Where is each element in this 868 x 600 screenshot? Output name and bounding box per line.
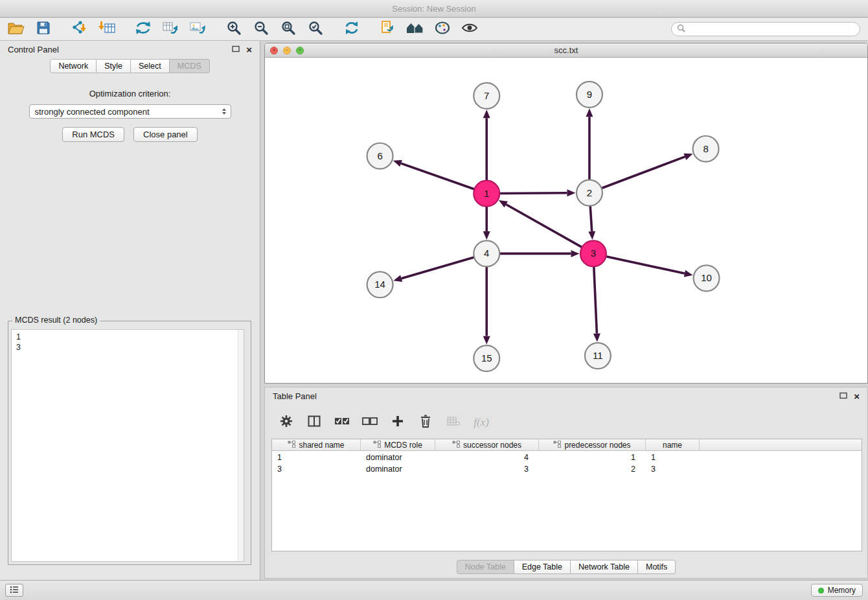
- delete-column-button[interactable]: [417, 415, 434, 430]
- column-header-mcds-role[interactable]: MCDS role: [361, 439, 435, 450]
- memory-button[interactable]: Memory: [811, 584, 863, 597]
- tab-select[interactable]: Select: [131, 59, 170, 73]
- tab-style[interactable]: Style: [97, 59, 131, 73]
- clone-network-button[interactable]: [375, 19, 401, 39]
- control-panel-tabs: Network Style Select MCDS: [0, 59, 260, 73]
- import-table-button[interactable]: [94, 19, 120, 39]
- graph-node-8[interactable]: 8: [693, 136, 719, 162]
- style-button[interactable]: [429, 19, 455, 39]
- table-row[interactable]: 3dominator323: [272, 464, 862, 474]
- column-label: MCDS role: [384, 441, 422, 450]
- import-table-icon: [98, 20, 115, 38]
- tab-node-table[interactable]: Node Table: [457, 560, 514, 574]
- graph-node-4[interactable]: 4: [474, 240, 499, 266]
- trash-icon: [420, 415, 431, 430]
- network-canvas[interactable]: 1234678910111415: [265, 58, 867, 383]
- table-cell: 4: [435, 453, 539, 462]
- tab-mcds[interactable]: MCDS: [170, 59, 210, 73]
- maximize-window-icon[interactable]: +: [296, 47, 304, 54]
- unchecked-boxes-icon: [362, 416, 378, 429]
- table-row[interactable]: 1dominator411: [272, 452, 862, 463]
- minimize-window-icon[interactable]: −: [283, 47, 291, 54]
- table-settings-button[interactable]: [278, 415, 295, 430]
- unselect-all-columns-button[interactable]: [361, 415, 378, 430]
- criterion-dropdown[interactable]: strongly connected component: [29, 104, 231, 119]
- graph-node-6[interactable]: 6: [367, 143, 393, 169]
- network-table-button[interactable]: [157, 19, 183, 39]
- save-session-button[interactable]: [30, 19, 56, 39]
- graph-edge-arrowhead: [393, 160, 402, 167]
- zoom-out-button[interactable]: [248, 19, 274, 39]
- table-cell: 1: [539, 453, 646, 462]
- network-table-icon: [162, 20, 179, 38]
- graph-edge-2-3[interactable]: [590, 206, 592, 232]
- window-titlebar: Session: New Session: [0, 0, 868, 17]
- node-table-header: shared name MCDS role successor nodes pr…: [272, 439, 862, 451]
- column-header-name[interactable]: name: [646, 439, 700, 450]
- graph-edge-4-14[interactable]: [402, 257, 474, 279]
- graph-edge-1-2[interactable]: [499, 193, 567, 194]
- close-window-icon[interactable]: ×: [270, 47, 278, 54]
- graph-edge-3-11[interactable]: [594, 266, 597, 333]
- close-table-panel-icon[interactable]: ×: [854, 391, 860, 401]
- graph-node-7[interactable]: 7: [474, 83, 499, 109]
- graph-node-15[interactable]: 15: [474, 345, 499, 371]
- control-panel-title: Control Panel: [8, 45, 59, 54]
- graph-node-3[interactable]: 3: [580, 240, 606, 266]
- show-hide-button[interactable]: [457, 19, 483, 39]
- column-header-predecessor-nodes[interactable]: predecessor nodes: [539, 439, 646, 450]
- column-header-filler: [700, 439, 862, 450]
- graph-edge-3-10[interactable]: [606, 257, 684, 273]
- network-transfer-button[interactable]: [130, 19, 156, 39]
- graph-edge-arrowhead: [483, 110, 490, 118]
- graph-node-11[interactable]: 11: [585, 343, 611, 369]
- zoom-selected-icon: [308, 20, 323, 38]
- search-input[interactable]: [689, 25, 854, 34]
- graph-node-label: 2: [587, 187, 592, 198]
- node-table: shared name MCDS role successor nodes pr…: [271, 439, 862, 551]
- network-window-titlebar[interactable]: scc.txt × − +: [265, 43, 867, 58]
- close-panel-icon[interactable]: ×: [246, 45, 252, 54]
- graph-node-9[interactable]: 9: [577, 82, 602, 108]
- float-panel-icon[interactable]: [232, 45, 240, 54]
- refresh-button[interactable]: [339, 19, 365, 39]
- float-table-panel-icon[interactable]: [839, 391, 847, 401]
- column-header-shared-name[interactable]: shared name: [272, 439, 361, 450]
- network-view-window: scc.txt × − + 1234678910111415: [264, 43, 868, 384]
- export-image-icon: [189, 20, 206, 38]
- save-session-icon: [36, 21, 51, 38]
- import-network-button[interactable]: [67, 19, 93, 39]
- task-history-button[interactable]: [5, 584, 23, 597]
- zoom-in-button[interactable]: [221, 19, 247, 39]
- home-button[interactable]: [402, 19, 428, 39]
- zoom-fit-button[interactable]: [275, 19, 301, 39]
- delete-table-button-disabled: [445, 415, 462, 430]
- graph-node-14[interactable]: 14: [367, 271, 393, 297]
- column-header-successor-nodes[interactable]: successor nodes: [435, 439, 539, 450]
- zoom-selected-button[interactable]: [303, 19, 328, 39]
- graph-edge-3-1[interactable]: [506, 204, 582, 247]
- tab-network[interactable]: Network: [50, 59, 97, 73]
- select-all-columns-button[interactable]: [334, 415, 350, 430]
- table-toolbar: f(x): [265, 404, 867, 434]
- close-panel-button[interactable]: Close panel: [133, 127, 198, 142]
- create-column-button[interactable]: [389, 415, 406, 430]
- graph-node-2[interactable]: 2: [577, 180, 602, 206]
- network-workspace: scc.txt × − + 1234678910111415 Table Pan…: [260, 41, 868, 580]
- run-mcds-button[interactable]: Run MCDS: [62, 127, 124, 142]
- graph-edge-1-6[interactable]: [401, 163, 474, 189]
- graph-node-1[interactable]: 1: [474, 181, 499, 207]
- show-columns-button[interactable]: [306, 415, 323, 430]
- tab-edge-table[interactable]: Edge Table: [514, 560, 571, 574]
- mcds-result-line: 3: [16, 342, 234, 352]
- network-canvas-container: 1234678910111415: [265, 58, 867, 383]
- tab-network-table[interactable]: Network Table: [571, 560, 638, 574]
- result-scrollbar[interactable]: [238, 330, 244, 561]
- window-title: Session: New Session: [392, 4, 475, 14]
- export-image-button[interactable]: [185, 19, 211, 39]
- graph-edge-2-8[interactable]: [602, 157, 685, 189]
- search-box[interactable]: [671, 22, 860, 36]
- open-session-button[interactable]: [3, 19, 29, 39]
- tab-motifs[interactable]: Motifs: [638, 560, 676, 574]
- graph-node-10[interactable]: 10: [694, 265, 720, 291]
